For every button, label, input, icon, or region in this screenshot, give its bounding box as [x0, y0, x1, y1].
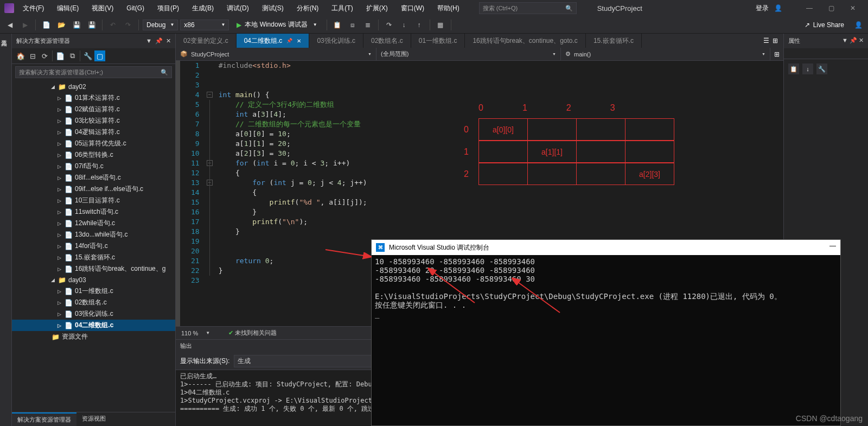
menu-debug[interactable]: 调试(D)	[222, 2, 253, 15]
tb-btn4[interactable]: ▦	[434, 18, 447, 31]
redo-icon[interactable]: ↷	[122, 18, 135, 31]
tab-plus-icon[interactable]: ⊞	[773, 37, 778, 44]
tab-thumb-icon[interactable]: ☰	[763, 37, 769, 44]
sync-icon[interactable]: ⟳	[39, 50, 50, 61]
file-tab[interactable]: 16跳转语句break、continue、goto.c	[465, 34, 585, 48]
tree-file[interactable]: ▷📄07if语句.c	[12, 161, 175, 172]
file-tab[interactable]: 02变量的定义.c	[176, 34, 237, 48]
nav-back-icon[interactable]: ◀	[3, 18, 16, 31]
file-tab[interactable]: 01一维数组.c	[411, 34, 465, 48]
undo-icon[interactable]: ↶	[106, 18, 119, 31]
tree-file[interactable]: ▷📄14for语句.c	[12, 240, 175, 252]
menu-tools[interactable]: 工具(T)	[327, 2, 357, 15]
tree-file[interactable]: ▷📄05运算符优先级.c	[12, 138, 175, 149]
tree-file[interactable]: ▷📄04逻辑运算符.c	[12, 126, 175, 138]
save-all-icon[interactable]: 💾	[85, 18, 98, 31]
login-button[interactable]: 登录	[756, 4, 769, 13]
zoom-level[interactable]: 110 %	[181, 330, 198, 336]
props-prop-icon[interactable]: 🔧	[816, 63, 827, 74]
pin-icon[interactable]: ▼	[146, 37, 152, 44]
file-tab[interactable]: 15.嵌套循环.c	[586, 34, 642, 48]
file-tab[interactable]: 02数组名.c	[363, 34, 411, 48]
tree-resources[interactable]: 📁资源文件	[12, 331, 175, 342]
menu-view[interactable]: 视图(V)	[87, 2, 118, 15]
menu-test[interactable]: 测试(S)	[258, 2, 288, 15]
search-input[interactable]: 搜索 (Ctrl+Q)🔍	[479, 2, 577, 14]
step-into-icon[interactable]: ↓	[398, 18, 411, 31]
menu-extensions[interactable]: 扩展(X)	[362, 2, 392, 15]
preview-icon[interactable]: ▢	[94, 50, 105, 61]
showall-icon[interactable]: ⧉	[67, 50, 78, 61]
tree-file[interactable]: ▷📄16跳转语句break、continue、g	[12, 263, 175, 275]
tree-file[interactable]: ▷📄06类型转换.c	[12, 149, 175, 161]
menu-edit[interactable]: 编辑(E)	[53, 2, 83, 15]
live-share-button[interactable]: ↗Live Share	[805, 21, 850, 29]
new-file-icon[interactable]: 📄	[40, 18, 53, 31]
output-source-combo[interactable]: 生成▼	[234, 355, 386, 367]
main-toolbar: ◀ ▶ 📄 📂 💾 💾 ↶ ↷ Debug▼ x86▼ ▶本地 Windows …	[0, 16, 868, 34]
menu-build[interactable]: 生成(B)	[188, 2, 218, 15]
file-tab[interactable]: 04二维数组.c📌✕	[237, 34, 310, 48]
tree-file[interactable]: ▷📄01算术运算符.c	[12, 92, 175, 104]
config-combo[interactable]: Debug▼	[143, 20, 178, 30]
tab-solution-explorer[interactable]: 解决方案资源管理器	[12, 412, 76, 426]
tree-file[interactable]: ▷📄10三目运算符.c	[12, 195, 175, 206]
tree-file[interactable]: ▷📄02赋值运算符.c	[12, 104, 175, 115]
menu-project[interactable]: 项目(P)	[153, 2, 183, 15]
console-minimize[interactable]: —	[829, 242, 836, 250]
menu-file[interactable]: 文件(F)	[18, 2, 48, 15]
debug-console-window[interactable]: ⌘ Microsoft Visual Studio 调试控制台 — 10 -85…	[371, 239, 841, 426]
platform-combo[interactable]: x86▼	[180, 20, 229, 30]
start-debug-button[interactable]: ▶本地 Windows 调试器 ▼	[231, 19, 322, 30]
menu-git[interactable]: Git(G)	[122, 2, 149, 14]
pin-icon[interactable]: ▼ 📌 ✕	[842, 37, 864, 45]
fold-toggle[interactable]: −	[207, 92, 213, 98]
props-icon[interactable]: 🔧	[82, 50, 93, 61]
tb-btn3[interactable]: ≣	[361, 18, 374, 31]
solution-search[interactable]: 搜索解决方案资源管理器(Ctrl+;)🔍	[15, 66, 172, 78]
tree-file[interactable]: ▷📄12while语句.c	[12, 218, 175, 229]
left-toolbox-rail[interactable]: 工具箱	[0, 34, 12, 426]
props-alpha-icon[interactable]: ↓	[802, 63, 813, 74]
console-titlebar[interactable]: ⌘ Microsoft Visual Studio 调试控制台 —	[372, 240, 840, 255]
split-icon[interactable]: ⊞	[770, 48, 783, 60]
tree-folder-day03[interactable]: ◢📁day03	[12, 275, 175, 285]
collapse-icon[interactable]: ⊟	[27, 50, 38, 61]
tab-resource-view[interactable]: 资源视图	[76, 412, 111, 426]
tree-file[interactable]: ▷📄03比较运算符.c	[12, 115, 175, 126]
tree-file[interactable]: ▷📄15.嵌套循环.c	[12, 252, 175, 263]
doc-icon[interactable]: 📄	[55, 50, 66, 61]
tree-file[interactable]: ▷📄01一维数组.c	[12, 285, 175, 297]
menu-window[interactable]: 窗口(W)	[397, 2, 429, 15]
admin-icon[interactable]: 👤	[852, 18, 865, 31]
tree-file[interactable]: ▷📄02数组名.c	[12, 297, 175, 308]
close-button[interactable]: ✕	[842, 1, 864, 16]
close-icon[interactable]: ✕	[166, 37, 171, 44]
minimize-button[interactable]: —	[799, 1, 820, 16]
scope-function[interactable]: ⚙main()▼	[561, 48, 770, 60]
tree-file[interactable]: ▷📄08if...else语句.c	[12, 172, 175, 183]
tb-btn2[interactable]: ⧇	[346, 18, 359, 31]
menu-help[interactable]: 帮助(H)	[433, 2, 464, 15]
file-tab[interactable]: 03强化训练.c	[309, 34, 363, 48]
tree-file[interactable]: ▷📄09if...else if...else语句.c	[12, 183, 175, 195]
tree-folder-day02[interactable]: ◢📁day02	[12, 81, 175, 92]
tree-file[interactable]: ▷📄03强化训练.c	[12, 308, 175, 320]
tree-file[interactable]: ▷📄11switch语句.c	[12, 206, 175, 218]
scope-global[interactable]: (全局范围)▼	[376, 48, 561, 60]
tb-btn1[interactable]: 📋	[331, 18, 344, 31]
home-icon[interactable]: 🏠	[15, 50, 26, 61]
scope-project[interactable]: 📦StudyCProject▼	[176, 48, 376, 60]
user-icon[interactable]: 👤	[774, 4, 782, 12]
nav-fwd-icon[interactable]: ▶	[18, 18, 31, 31]
tree-file[interactable]: ▷📄13do...while语句.c	[12, 229, 175, 240]
pin2-icon[interactable]: 📌	[155, 37, 163, 44]
save-icon[interactable]: 💾	[70, 18, 83, 31]
open-icon[interactable]: 📂	[55, 18, 68, 31]
maximize-button[interactable]: ▢	[820, 1, 842, 16]
step-out-icon[interactable]: ↑	[413, 18, 426, 31]
props-cat-icon[interactable]: 📋	[788, 63, 799, 74]
menu-analyze[interactable]: 分析(N)	[292, 2, 323, 15]
step-over-icon[interactable]: ↷	[382, 18, 395, 31]
tree-file[interactable]: ▷📄04二维数组.c	[12, 320, 175, 331]
